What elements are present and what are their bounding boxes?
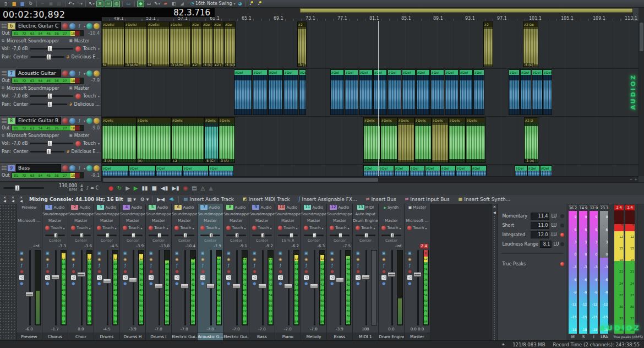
input-echo-icon[interactable]: ◁	[304, 275, 309, 280]
channel-name[interactable]: Choir	[68, 333, 94, 340]
automation-read-icon[interactable]	[86, 165, 92, 171]
fx-plugin-name[interactable]: Delicious E...	[71, 149, 100, 154]
automation-read-icon[interactable]	[86, 23, 92, 29]
input-echo-icon[interactable]: ◁	[226, 275, 231, 280]
groove-apply-icon[interactable]: ◕	[236, 1, 243, 7]
cut-icon[interactable]: ✂	[39, 1, 46, 7]
track-lane[interactable]: ∂Delicifx∂Delici-3 (A)fx∂Delicifx∂Delici…	[102, 21, 638, 69]
arm-record-icon[interactable]: ●	[149, 269, 152, 274]
audio-clip[interactable]: ∂2-3 (	[297, 21, 307, 67]
insert-button[interactable]: ◩Insert MIDI Track	[241, 197, 292, 202]
automation-mode-knob[interactable]	[75, 46, 81, 52]
pan-slider-handle[interactable]	[390, 233, 394, 238]
gain-knob-icon[interactable]: ◉	[149, 257, 152, 262]
close-icon[interactable]: ✕	[493, 205, 496, 209]
audio-clip[interactable]: ∂Delici-3 (A)fx	[124, 21, 147, 67]
erase-tool-icon[interactable]: ▰	[162, 1, 169, 7]
strip-output-label[interactable]: Master	[223, 218, 249, 224]
channel-name[interactable]: Master	[405, 333, 430, 340]
strip-output-label[interactable]: Master	[94, 218, 119, 224]
input-echo-icon[interactable]: ◁	[330, 275, 335, 280]
fader-handle[interactable]	[310, 284, 318, 289]
groove-clip-icon[interactable]: ◔16th Note Swing▾	[190, 1, 235, 7]
channel-strip[interactable]: ▣MasterMicrosoft ...Touch▾2.4▣◉ƒ●◁●61218…	[405, 204, 430, 340]
audio-clip[interactable]: ∂Delic(A)	[137, 117, 171, 163]
smpte-time-display[interactable]: 00:02:30,892	[0, 8, 102, 21]
vertical-scrollbar[interactable]	[638, 21, 644, 176]
channel-fader[interactable]	[284, 249, 293, 327]
copy-icon[interactable]: ▣	[47, 1, 54, 7]
record-arm-icon[interactable]	[62, 23, 68, 29]
fx-bypass-icon[interactable]: ƒ	[77, 23, 83, 29]
audio-clip[interactable]: ∂Del	[416, 69, 430, 115]
channel-fader[interactable]	[25, 249, 35, 327]
audio-clip[interactable]: ∂Del	[183, 165, 209, 176]
audio-clip[interactable]: ∂Delici-3 (A)fx	[170, 21, 191, 67]
solo-icon[interactable]: ●	[20, 281, 23, 286]
track-grip-icon[interactable]	[2, 24, 7, 29]
pan-slider-handle[interactable]	[106, 233, 110, 238]
insert-button[interactable]: ▤Insert Audio Track	[182, 197, 236, 202]
close-panel-button[interactable]: ✕◀	[10, 196, 15, 203]
paste-icon[interactable]: ▤	[56, 1, 63, 7]
channel-fader[interactable]	[232, 249, 242, 327]
timing-tool-icon[interactable]: ◎	[113, 1, 120, 7]
audio-clip[interactable]: ∂Del	[373, 69, 387, 115]
solo-icon[interactable]: ●	[382, 281, 385, 286]
channel-strip[interactable]: ▶SynthMasterTouch▾Center-inf.▣◉ƒ●◁●0.0Dr…	[379, 204, 405, 340]
input-echo-icon[interactable]: ◁	[149, 275, 154, 280]
interleave-icon[interactable]: ▣	[175, 251, 179, 255]
interleave-icon[interactable]: ▣	[304, 251, 308, 255]
pan-slider[interactable]	[30, 104, 67, 105]
channel-strip[interactable]: 13MIDIAuto InputDrum EngineTouch▾Center▣…	[353, 204, 379, 340]
fx-plugin-name[interactable]: Delicious ...	[74, 102, 100, 107]
channel-strip[interactable]: 10AudioSoundmapperMasterTouch▾15 % R-6.2…	[275, 204, 301, 340]
interleave-icon[interactable]: ▣	[356, 251, 360, 255]
automation-mode-row[interactable]: Touch▾	[146, 224, 171, 232]
fader-handle[interactable]	[129, 278, 137, 282]
zoom-in-button[interactable]: +	[634, 177, 637, 182]
audio-clip[interactable]: ∂Del	[459, 69, 473, 115]
insert-button[interactable]: ⇄Insert Input Bus	[403, 197, 451, 202]
clips-area[interactable]: ∂Delicifx∂Delici-3 (A)fx∂Delicifx∂Delici…	[102, 21, 638, 176]
redo-icon[interactable]: ↷▾	[76, 1, 83, 7]
channel-strip[interactable]: 9AudioSoundmapperMasterTouch▾Center-9.2▣…	[249, 204, 275, 340]
automation-read-icon[interactable]	[86, 70, 92, 77]
arm-record-icon[interactable]: ●	[72, 269, 75, 274]
input-echo-icon[interactable]: ◁	[19, 275, 24, 280]
interleave-icon[interactable]: ▣	[330, 251, 334, 255]
interleave-icon[interactable]: ▣	[97, 251, 101, 255]
fx-bin-icon[interactable]: ƒ	[357, 263, 358, 268]
input-echo-icon[interactable]: ◁	[45, 275, 50, 280]
speaker-icon[interactable]: ◀𝅘	[169, 196, 174, 202]
pan-slider-handle[interactable]	[339, 233, 342, 238]
bus-assignment[interactable]: ▣Master	[69, 39, 89, 44]
input-echo-icon[interactable]: ◁	[71, 275, 76, 280]
measure-beat-tick-display[interactable]: 82.3.716	[102, 8, 215, 17]
fx-bin-icon[interactable]: ƒ	[228, 263, 229, 268]
project-key[interactable]: ♪ = C	[86, 186, 99, 191]
audio-clip[interactable]: ∂De+2 (	[213, 21, 224, 67]
track-name-field[interactable]: Bass	[16, 164, 61, 172]
snap-tool-icon[interactable]: ♪	[248, 1, 255, 7]
automation-mode-row[interactable]: Touch▾	[198, 224, 223, 232]
audio-clip[interactable]: ∂Del	[363, 165, 379, 176]
channel-fader[interactable]	[51, 249, 61, 327]
channel-fader[interactable]	[258, 249, 268, 327]
audio-clip[interactable]: ∂Del	[402, 69, 416, 115]
pan-slider[interactable]	[226, 235, 246, 236]
strip-output-label[interactable]: Master	[327, 218, 352, 224]
audio-clip[interactable]: ∂Del	[388, 69, 401, 115]
pan-slider-handle[interactable]	[54, 233, 58, 238]
mute-icon[interactable]	[69, 23, 75, 29]
channel-name[interactable]: Drums I	[146, 333, 171, 340]
record-arm-icon[interactable]	[62, 118, 68, 124]
fader-handle[interactable]	[388, 272, 396, 277]
open-folder-icon[interactable]: ▆	[10, 1, 18, 7]
vertical-scrollbar-thumb[interactable]	[640, 23, 643, 51]
fx-bin-icon[interactable]: ƒ	[331, 263, 332, 268]
arm-record-icon[interactable]: ●	[253, 269, 256, 274]
arm-record-icon[interactable]: ●	[382, 269, 385, 274]
gain-knob-icon[interactable]: ◉	[253, 257, 256, 262]
strip-output-label[interactable]: Master	[379, 218, 404, 224]
